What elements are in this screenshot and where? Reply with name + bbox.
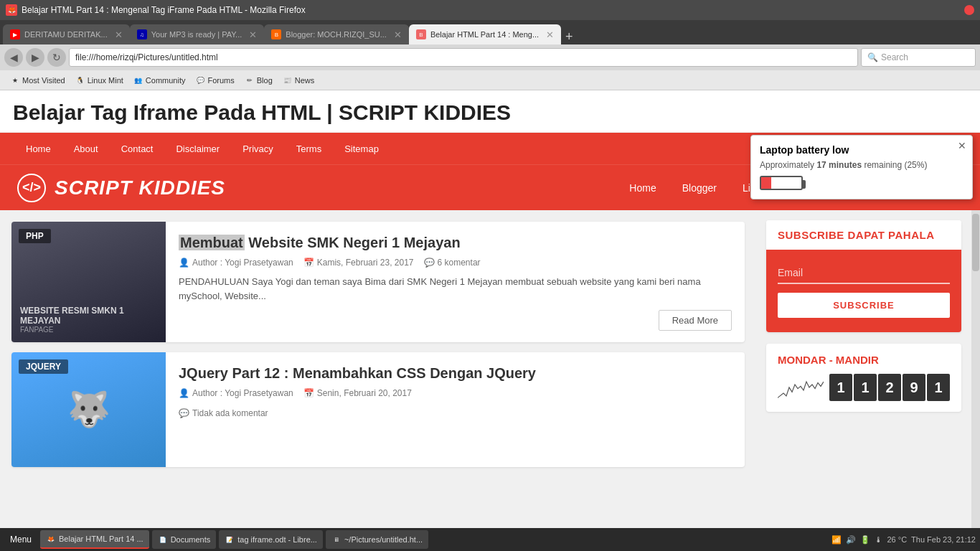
- browser-body: ✕ Laptop battery low Approximately 17 mi…: [0, 90, 980, 528]
- sidebar: SUBSCRIBE DAPAT PAHALA SUBSCRIBE MONDAR …: [756, 210, 971, 528]
- title-bar: 🦊 Belajar HTML Part 14 : Mengenal Tag iF…: [0, 0, 980, 20]
- post-title-rest-1: Website SMK Negeri 1 Mejayan: [245, 235, 461, 250]
- taskbar-app-label-documents: Documents: [171, 535, 211, 544]
- bookmark-linux-mint[interactable]: 🐧 Linux Mint: [71, 74, 128, 87]
- site-logo[interactable]: </> SCRIPT KIDDIES: [17, 174, 225, 202]
- taskbar-app-firefox[interactable]: 🦊 Belajar HTML Part 14 ...: [40, 530, 149, 549]
- post-comments-1: 💬 6 komentar: [424, 258, 481, 268]
- taskbar-app-label-libreoffice: tag iframe.odt - Libre...: [237, 535, 317, 544]
- tab-favicon-1: ▶: [10, 29, 20, 39]
- subscribe-title: SUBSCRIBE DAPAT PAHALA: [778, 229, 950, 241]
- post-tag-1: PHP: [19, 229, 51, 243]
- digit-4: 9: [903, 374, 925, 401]
- reload-button[interactable]: ↻: [47, 48, 66, 67]
- taskbar-app-documents[interactable]: 📄 Documents: [152, 530, 217, 549]
- tab-bar: ▶ DERITAMU DERITAK... ✕ ♫ Your MP3 is re…: [0, 20, 980, 44]
- taskbar-menu-button[interactable]: Menu: [4, 534, 37, 545]
- close-button[interactable]: [964, 5, 974, 15]
- digit-5: 1: [927, 374, 950, 401]
- author-icon-1: 👤: [179, 258, 189, 268]
- window-controls: [964, 5, 974, 15]
- page-scrollbar[interactable]: [971, 210, 980, 528]
- tab-close-2[interactable]: ✕: [249, 29, 257, 40]
- new-tab-button[interactable]: +: [565, 29, 573, 44]
- back-button[interactable]: ◀: [4, 48, 23, 67]
- taskbar-app-icon-libreoffice: 📝: [225, 534, 235, 545]
- tab-1[interactable]: ▶ DERITAMU DERITAK... ✕: [3, 24, 130, 44]
- bookmark-icon-2: 👥: [133, 75, 143, 85]
- tab-close-4[interactable]: ✕: [546, 29, 554, 40]
- taskbar-system-tray: 📶 🔊 🔋 🌡 26 °C Thu Feb 23, 21:12: [831, 535, 976, 545]
- search-bar[interactable]: 🔍 Search: [861, 48, 976, 67]
- datetime-display: Thu Feb 23, 21:12: [911, 535, 976, 544]
- post-author-1: 👤 Author : Yogi Prasetyawan: [179, 258, 293, 268]
- posts-column: WEBSITE RESMI SMKN 1 MEJAYAN FANPAGE PHP…: [0, 210, 756, 528]
- logo-nav-home[interactable]: Home: [616, 165, 669, 211]
- nav-item-terms[interactable]: Terms: [285, 133, 333, 164]
- nav-label-home: Home: [26, 143, 51, 154]
- logo-nav-blogger[interactable]: Blogger: [669, 165, 730, 211]
- bookmark-news[interactable]: 📰 News: [278, 74, 319, 87]
- nav-label-terms: Terms: [296, 143, 321, 154]
- battery-bar: [760, 176, 963, 190]
- bookmark-blog[interactable]: ✏ Blog: [240, 74, 277, 87]
- tab-favicon-4: B: [416, 29, 426, 39]
- post-image-text-1: WEBSITE RESMI SMKN 1 MEJAYAN: [20, 306, 157, 326]
- mondar-mandir-box: MONDAR - MANDIR 1 1 2 9 1: [766, 344, 961, 412]
- post-tag-2: JQUERY: [19, 359, 68, 374]
- tab-4[interactable]: B Belajar HTML Part 14 : Meng... ✕: [409, 24, 561, 44]
- mondar-title: MONDAR - MANDIR: [778, 354, 950, 366]
- nav-item-disclaimer[interactable]: Disclaimer: [164, 133, 231, 164]
- subscribe-header: SUBSCRIBE DAPAT PAHALA: [766, 220, 961, 250]
- bookmark-forums[interactable]: 💬 Forums: [191, 74, 238, 87]
- battery-bar-inner: [761, 177, 771, 189]
- tab-label-1: DERITAMU DERITAK...: [24, 30, 108, 39]
- taskbar: Menu 🦊 Belajar HTML Part 14 ... 📄 Docume…: [0, 528, 980, 551]
- nav-item-privacy[interactable]: Privacy: [231, 133, 285, 164]
- tab-label-2: Your MP3 is ready | PAY...: [151, 30, 242, 39]
- taskbar-app-libreoffice[interactable]: 📝 tag iframe.odt - Libre...: [219, 530, 323, 549]
- post-date-2: 📅 Senin, Februari 20, 2017: [303, 388, 412, 398]
- nav-label-sitemap: Sitemap: [344, 143, 379, 154]
- bookmark-community[interactable]: 👥 Community: [129, 74, 190, 87]
- tab-2[interactable]: ♫ Your MP3 is ready | PAY... ✕: [130, 24, 265, 44]
- window-title: Belajar HTML Part 14 : Mengenal Tag iFra…: [22, 5, 964, 15]
- email-input[interactable]: [778, 264, 950, 284]
- nav-item-sitemap[interactable]: Sitemap: [333, 133, 390, 164]
- post-image-2: 🐺 JQUERY: [11, 352, 166, 467]
- bookmark-icon-4: ✏: [245, 75, 255, 85]
- page-title: Belajar Tag Iframe Pada HTML | SCRIPT KI…: [13, 100, 967, 125]
- taskbar-app-terminal[interactable]: 🖥 ~/Pictures/untitled.ht...: [326, 530, 428, 549]
- bookmark-most-visited[interactable]: ★ Most Visited: [6, 74, 70, 87]
- post-title-2: JQuery Part 12 : Menambahkan CSS Dengan …: [179, 364, 732, 382]
- author-label-1: Author : Yogi Prasetyawan: [192, 258, 293, 268]
- scrollbar-thumb[interactable]: [972, 214, 979, 271]
- nav-item-home[interactable]: Home: [14, 133, 62, 164]
- navigation-bar: ◀ ▶ ↻ file:///home/rizqi/Pictures/untitl…: [0, 44, 980, 70]
- subscribe-form: SUBSCRIBE: [766, 250, 961, 332]
- read-more-button-1[interactable]: Read More: [659, 310, 732, 331]
- tab-3[interactable]: B Blogger: MOCH.RIZQI_SU... ✕: [264, 24, 409, 44]
- address-bar[interactable]: file:///home/rizqi/Pictures/untitled.htm…: [69, 48, 858, 67]
- nav-item-contact[interactable]: Contact: [110, 133, 165, 164]
- bookmark-icon-3: 💬: [195, 75, 205, 85]
- taskbar-app-icon-documents: 📄: [158, 534, 168, 545]
- mondar-chart: [778, 373, 824, 402]
- bookmark-label-1: Linux Mint: [88, 76, 123, 85]
- nav-item-about[interactable]: About: [62, 133, 110, 164]
- taskbar-app-icon-firefox: 🦊: [46, 534, 56, 544]
- nav-label-about: About: [74, 143, 98, 154]
- mondar-content: 1 1 2 9 1: [778, 373, 950, 402]
- logo-icon: </>: [17, 174, 46, 202]
- volume-icon[interactable]: 🔊: [846, 535, 856, 545]
- tab-close-1[interactable]: ✕: [115, 29, 123, 40]
- address-text: file:///home/rizqi/Pictures/untitled.htm…: [75, 52, 218, 62]
- battery-bar-tip: [803, 180, 806, 189]
- author-label-2: Author : Yogi Prasetyawan: [192, 388, 293, 398]
- tab-close-3[interactable]: ✕: [394, 29, 402, 40]
- battery-close-button[interactable]: ✕: [958, 140, 966, 151]
- subscribe-button[interactable]: SUBSCRIBE: [778, 293, 950, 318]
- post-content-1: Membuat Website SMK Negeri 1 Mejayan 👤 A…: [166, 222, 745, 342]
- forward-button[interactable]: ▶: [26, 48, 44, 67]
- bookmark-label-2: Community: [146, 76, 186, 85]
